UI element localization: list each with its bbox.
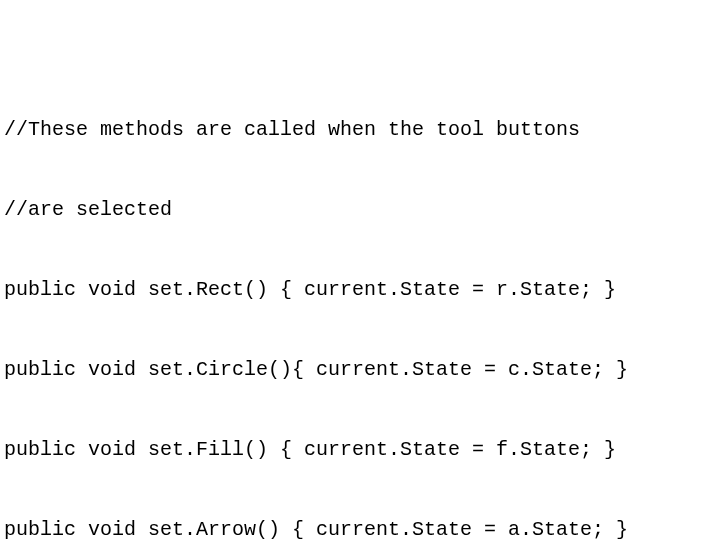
code-line: //These methods are called when the tool… (4, 110, 720, 150)
code-line: public void set.Circle(){ current.State … (4, 350, 720, 390)
code-block: //These methods are called when the tool… (0, 0, 720, 540)
code-line: public void set.Arrow() { current.State … (4, 510, 720, 540)
code-line: //are selected (4, 190, 720, 230)
code-line: public void set.Fill() { current.State =… (4, 430, 720, 470)
code-line: public void set.Rect() { current.State =… (4, 270, 720, 310)
